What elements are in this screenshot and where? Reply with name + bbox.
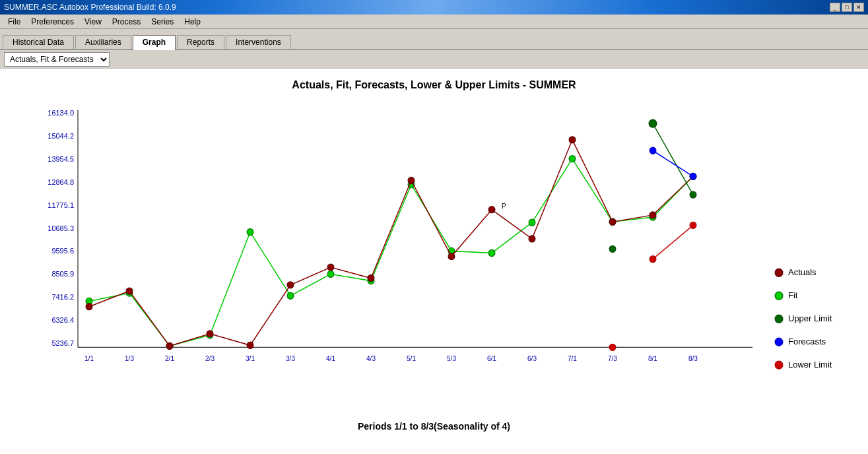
fit-line: [89, 159, 693, 346]
svg-text:15044.2: 15044.2: [48, 132, 74, 140]
svg-text:6/1: 6/1: [487, 355, 496, 362]
maximize-button[interactable]: □: [842, 3, 852, 12]
view-dropdown[interactable]: Actuals, Fit & Forecasts Actuals Only Fo…: [4, 52, 110, 67]
svg-text:Upper Limit: Upper Limit: [788, 313, 832, 323]
svg-point-73: [775, 292, 783, 300]
svg-point-55: [488, 207, 495, 213]
svg-text:1/1: 1/1: [84, 355, 94, 362]
svg-point-51: [327, 264, 334, 271]
svg-text:11775.1: 11775.1: [48, 201, 74, 209]
menu-file[interactable]: File: [3, 16, 26, 28]
menu-series[interactable]: Series: [146, 16, 179, 28]
chart-svg: 16134.0 15044.2 13954.5 12864.8 11775.1 …: [0, 96, 868, 436]
chart-area: Actuals, Fit, Forecasts, Lower & Upper L…: [0, 69, 868, 454]
svg-text:12864.8: 12864.8: [48, 178, 74, 186]
svg-point-56: [529, 236, 535, 242]
svg-text:7416.2: 7416.2: [51, 293, 74, 301]
svg-point-53: [408, 177, 415, 183]
svg-text:Forecasts: Forecasts: [788, 337, 826, 346]
menu-view[interactable]: View: [79, 16, 107, 28]
svg-text:13954.5: 13954.5: [48, 155, 74, 163]
svg-text:3/3: 3/3: [286, 355, 295, 362]
actuals-line: [89, 140, 693, 346]
svg-text:5/3: 5/3: [447, 355, 456, 362]
svg-point-46: [126, 288, 133, 294]
svg-point-77: [775, 338, 783, 346]
svg-text:4/3: 4/3: [366, 355, 376, 362]
svg-point-62: [690, 191, 696, 198]
svg-point-50: [287, 282, 294, 288]
menu-preferences[interactable]: Preferences: [26, 16, 79, 28]
tab-auxiliaries[interactable]: Auxiliaries: [75, 35, 131, 49]
svg-text:6326.4: 6326.4: [51, 316, 74, 324]
svg-point-58: [609, 218, 616, 225]
svg-text:10685.3: 10685.3: [48, 224, 74, 232]
chart-title: Actuals, Fit, Forecasts, Lower & Upper L…: [0, 69, 868, 96]
app-title: SUMMER.ASC Autobox Professional Build: 6…: [4, 3, 176, 12]
svg-text:4/1: 4/1: [326, 355, 335, 362]
svg-point-71: [775, 269, 783, 276]
svg-text:5/1: 5/1: [407, 355, 416, 362]
svg-point-45: [86, 304, 92, 310]
title-bar: SUMMER.ASC Autobox Professional Build: 6…: [0, 0, 868, 15]
svg-text:7/3: 7/3: [608, 355, 617, 362]
tab-graph[interactable]: Graph: [133, 35, 176, 50]
svg-point-48: [207, 331, 213, 337]
svg-text:Fit: Fit: [788, 290, 798, 300]
svg-text:1/3: 1/3: [125, 355, 134, 362]
svg-text:16134.0: 16134.0: [48, 109, 74, 117]
tabs-bar: Historical Data Auxiliaries Graph Report…: [0, 29, 868, 50]
svg-point-67: [609, 245, 616, 252]
svg-point-63: [650, 147, 656, 154]
svg-text:2/3: 2/3: [205, 355, 215, 362]
svg-point-54: [448, 253, 455, 259]
x-axis-label: Periods 1/1 to 8/3(Seasonality of 4): [0, 421, 868, 436]
svg-point-39: [488, 249, 495, 256]
minimize-button[interactable]: _: [830, 3, 840, 12]
svg-point-65: [650, 256, 656, 263]
svg-text:5236.7: 5236.7: [51, 339, 74, 347]
svg-point-66: [690, 222, 696, 228]
close-button[interactable]: ✕: [853, 3, 864, 12]
svg-point-49: [247, 342, 253, 348]
upper-limit-line-forecast: [653, 123, 693, 195]
svg-point-79: [775, 361, 783, 369]
svg-text:P: P: [502, 202, 506, 209]
menu-bar: File Preferences View Process Series Hel…: [0, 15, 868, 29]
svg-text:7/1: 7/1: [568, 355, 577, 362]
svg-point-47: [166, 342, 173, 349]
tab-interventions[interactable]: Interventions: [226, 35, 291, 49]
svg-point-35: [327, 271, 334, 277]
svg-point-33: [247, 228, 253, 235]
svg-text:8/3: 8/3: [688, 355, 698, 362]
window-controls: _ □ ✕: [830, 3, 864, 12]
svg-text:Actuals: Actuals: [788, 267, 817, 277]
toolbar: Actuals, Fit & Forecasts Actuals Only Fo…: [0, 50, 868, 69]
tab-reports[interactable]: Reports: [177, 35, 224, 49]
svg-text:Lower Limit: Lower Limit: [788, 360, 832, 370]
svg-text:2/1: 2/1: [165, 355, 174, 362]
svg-point-40: [529, 219, 535, 226]
svg-point-57: [569, 137, 576, 143]
tab-historical-data[interactable]: Historical Data: [3, 35, 74, 49]
svg-text:3/1: 3/1: [246, 355, 255, 362]
menu-process[interactable]: Process: [107, 16, 146, 28]
svg-point-64: [690, 173, 696, 179]
svg-point-41: [569, 155, 576, 162]
svg-point-59: [650, 212, 656, 218]
menu-help[interactable]: Help: [179, 16, 206, 28]
svg-text:9595.6: 9595.6: [51, 247, 74, 255]
svg-point-69: [649, 119, 657, 127]
svg-point-68: [609, 344, 616, 350]
svg-point-75: [775, 315, 783, 323]
lower-limit-line-forecast: [653, 225, 693, 259]
svg-text:8/1: 8/1: [648, 355, 657, 362]
svg-text:8505.9: 8505.9: [51, 270, 74, 278]
svg-point-52: [368, 275, 374, 281]
forecasts-line: [653, 150, 693, 176]
svg-point-34: [287, 292, 294, 299]
svg-text:6/3: 6/3: [527, 355, 537, 362]
